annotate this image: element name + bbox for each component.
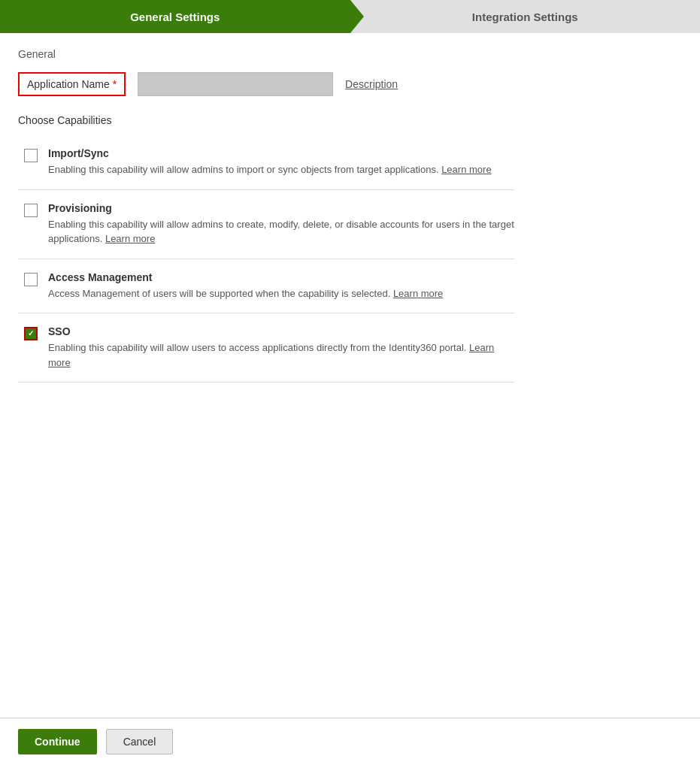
capability-title-import-sync: Import/Sync <box>48 147 514 159</box>
capability-desc-provisioning: Enabling this capability will allow admi… <box>48 217 514 246</box>
general-section-label: General <box>18 48 682 60</box>
wizard-step-integration-label: Integration Settings <box>472 11 578 23</box>
checkbox-unchecked-import-sync[interactable] <box>24 149 38 162</box>
wizard-step-general[interactable]: General Settings <box>0 0 350 33</box>
continue-button[interactable]: Continue <box>18 729 97 754</box>
main-content: General Application Name * Description C… <box>0 33 700 398</box>
capability-desc-import-sync: Enabling this capability will allow admi… <box>48 162 514 177</box>
checkbox-sso[interactable]: ✓ <box>24 327 39 342</box>
learn-more-import-sync[interactable]: Learn more <box>441 164 491 175</box>
capability-text-import-sync: Import/Sync Enabling this capability wil… <box>48 147 514 177</box>
app-name-row: Application Name * Description <box>18 72 682 96</box>
learn-more-provisioning[interactable]: Learn more <box>105 233 155 244</box>
wizard-header: General Settings Integration Settings <box>0 0 700 33</box>
checkmark-sso: ✓ <box>26 328 36 339</box>
checkmark-icon: ✓ <box>28 330 34 337</box>
capability-title-sso: SSO <box>48 325 514 337</box>
capability-desc-access-management: Access Management of users will be suppo… <box>48 286 514 301</box>
learn-more-access-management[interactable]: Learn more <box>393 288 443 299</box>
capability-text-access-management: Access Management Access Management of u… <box>48 271 514 301</box>
capabilities-container: Import/Sync Enabling this capability wil… <box>18 135 514 382</box>
capabilities-label: Choose Capabilities <box>18 114 682 126</box>
capability-text-sso: SSO Enabling this capability will allow … <box>48 325 514 370</box>
cancel-button[interactable]: Cancel <box>106 729 174 754</box>
capability-provisioning: Provisioning Enabling this capability wi… <box>18 190 514 259</box>
capability-import-sync: Import/Sync Enabling this capability wil… <box>18 135 514 190</box>
capability-title-access-management: Access Management <box>48 271 514 283</box>
description-link[interactable]: Description <box>345 78 398 90</box>
footer: Continue Cancel <box>0 718 700 765</box>
checkbox-provisioning[interactable] <box>24 204 39 219</box>
checkbox-unchecked-provisioning[interactable] <box>24 204 38 217</box>
app-name-input[interactable] <box>138 72 333 96</box>
checkbox-access-management[interactable] <box>24 273 39 288</box>
capability-sso: ✓ SSO Enabling this capability will allo… <box>18 313 514 382</box>
app-name-label: Application Name <box>27 78 110 90</box>
app-name-label-box: Application Name * <box>18 72 126 96</box>
checkbox-unchecked-access-management[interactable] <box>24 273 38 286</box>
wizard-step-general-label: General Settings <box>130 11 220 23</box>
wizard-step-integration[interactable]: Integration Settings <box>350 0 701 33</box>
capability-title-provisioning: Provisioning <box>48 202 514 214</box>
capability-desc-sso: Enabling this capability will allow user… <box>48 340 514 370</box>
checkbox-checked-sso[interactable]: ✓ <box>24 327 38 340</box>
capability-access-management: Access Management Access Management of u… <box>18 259 514 314</box>
checkbox-import-sync[interactable] <box>24 149 39 164</box>
capability-text-provisioning: Provisioning Enabling this capability wi… <box>48 202 514 246</box>
required-star: * <box>113 78 117 90</box>
